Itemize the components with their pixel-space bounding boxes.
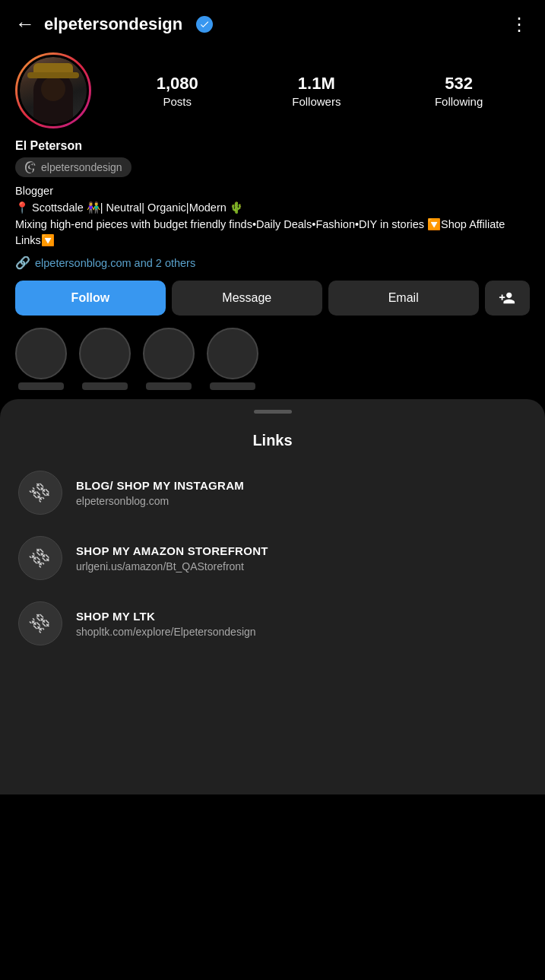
header-username: elpetersondesign	[44, 14, 182, 34]
posts-label: Posts	[163, 95, 192, 108]
action-buttons: Follow Message Email	[15, 281, 530, 316]
email-button[interactable]: Email	[328, 281, 479, 316]
more-options-button[interactable]: ⋮	[510, 14, 530, 35]
chain-icon-2: ⛓	[27, 544, 55, 572]
avatar-inner	[17, 55, 89, 126]
link-title-1: BLOG/ SHOP MY INSTAGRAM	[76, 479, 244, 492]
link-title-3: SHOP MY LTK	[76, 610, 256, 623]
add-person-icon	[499, 290, 515, 306]
followers-label: Followers	[292, 95, 341, 108]
posts-stat[interactable]: 1,080 Posts	[157, 74, 198, 108]
chain-icon-3: ⛓	[27, 610, 55, 638]
profile-link[interactable]: 🔗 elpetersonblog.com and 2 others	[15, 255, 530, 270]
threads-handle[interactable]: elpetersondesign	[15, 157, 131, 177]
avatar-photo	[20, 57, 87, 124]
bottom-sheet: Links ⛓ BLOG/ SHOP MY INSTAGRAM elpeters…	[0, 399, 545, 794]
story-bubble-1[interactable]	[15, 328, 67, 390]
sheet-handle	[254, 410, 292, 414]
link-item-amazon[interactable]: ⛓ SHOP MY AMAZON STOREFRONT urlgeni.us/a…	[18, 536, 527, 580]
profile-link-text: elpetersonblog.com and 2 others	[35, 257, 195, 269]
story-bubble-3[interactable]	[143, 328, 195, 390]
link-url-2: urlgeni.us/amazon/Bt_QAStorefront	[76, 560, 268, 572]
link-text-1: BLOG/ SHOP MY INSTAGRAM elpetersonblog.c…	[76, 479, 244, 507]
link-icon-circle-3: ⛓	[18, 601, 62, 645]
avatar-ring	[15, 52, 91, 128]
link-url-1: elpetersonblog.com	[76, 495, 244, 507]
link-title-2: SHOP MY AMAZON STOREFRONT	[76, 544, 268, 557]
header: ← elpetersondesign ⋮	[0, 0, 545, 43]
following-label: Following	[435, 95, 483, 108]
link-url-3: shopltk.com/explore/Elpetersondesign	[76, 626, 256, 638]
story-bubble-4[interactable]	[207, 328, 258, 390]
profile-top: 1,080 Posts 1.1M Followers 532 Following	[15, 52, 530, 128]
bio-text: Blogger 📍 Scottsdale 👫| Neutral| Organic…	[15, 183, 530, 249]
sheet-title: Links	[18, 432, 527, 449]
following-count: 532	[445, 74, 473, 94]
avatar[interactable]	[15, 52, 91, 128]
link-icon-circle-1: ⛓	[18, 471, 62, 515]
link-text-3: SHOP MY LTK shopltk.com/explore/Elpeters…	[76, 610, 256, 638]
posts-count: 1,080	[157, 74, 198, 94]
story-bubbles	[15, 328, 530, 399]
add-friend-button[interactable]	[485, 281, 530, 316]
threads-icon	[24, 161, 36, 173]
bio-section: El Peterson elpetersondesign Blogger 📍 S…	[15, 139, 530, 270]
message-button[interactable]: Message	[172, 281, 322, 316]
profile-section: 1,080 Posts 1.1M Followers 532 Following…	[0, 43, 545, 399]
header-left: ← elpetersondesign	[15, 12, 213, 36]
display-name: El Peterson	[15, 139, 530, 153]
link-text-2: SHOP MY AMAZON STOREFRONT urlgeni.us/ama…	[76, 544, 268, 572]
link-item-ltk[interactable]: ⛓ SHOP MY LTK shopltk.com/explore/Elpete…	[18, 601, 527, 645]
link-icon-circle-2: ⛓	[18, 536, 62, 580]
link-chain-icon: 🔗	[15, 255, 30, 270]
followers-count: 1.1M	[298, 74, 335, 94]
follow-button[interactable]: Follow	[15, 281, 166, 316]
stats-section: 1,080 Posts 1.1M Followers 532 Following	[109, 74, 530, 108]
threads-handle-text: elpetersondesign	[41, 161, 122, 173]
back-button[interactable]: ←	[15, 12, 35, 36]
chain-icon-1: ⛓	[27, 479, 55, 507]
link-item-blog[interactable]: ⛓ BLOG/ SHOP MY INSTAGRAM elpetersonblog…	[18, 471, 527, 515]
hat-brim-decoration	[27, 72, 79, 78]
followers-stat[interactable]: 1.1M Followers	[292, 74, 341, 108]
story-bubble-2[interactable]	[79, 328, 131, 390]
following-stat[interactable]: 532 Following	[435, 74, 483, 108]
verified-badge-icon	[196, 16, 213, 33]
